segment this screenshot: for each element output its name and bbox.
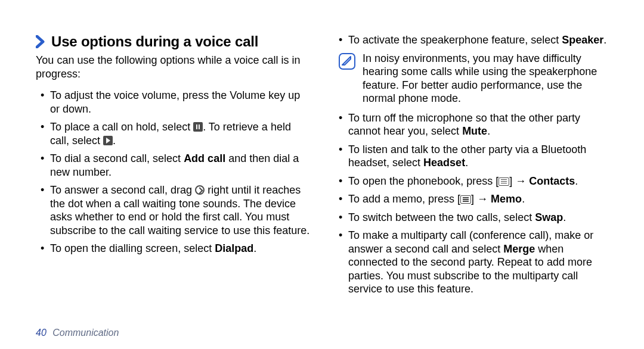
svg-rect-0 <box>339 54 355 69</box>
note-text: In noisy environments, you may have diff… <box>363 52 608 105</box>
page-footer: 40 Communication <box>36 328 119 338</box>
page-number: 40 <box>36 328 47 338</box>
right-bullets-top: To activate the speakerphone feature, se… <box>334 33 608 47</box>
bullet-contacts: To open the phonebook, press [] → Contac… <box>339 174 608 188</box>
bullet-merge: To make a multiparty call (conference ca… <box>339 229 608 296</box>
right-bullets: To turn off the microphone so that the o… <box>334 111 608 296</box>
bullet-headset: To listen and talk to the other party vi… <box>339 143 608 170</box>
bullet-hold: To place a call on hold, select . To ret… <box>41 120 310 147</box>
bullet-speaker: To activate the speakerphone feature, se… <box>339 33 608 47</box>
note-icon <box>339 53 355 72</box>
drag-right-icon <box>195 185 205 195</box>
left-bullets: To adjust the voice volume, press the Vo… <box>36 89 310 255</box>
section-title: Use options during a voice call <box>51 33 258 50</box>
bullet-answer-second: To answer a second call, drag right unti… <box>41 183 310 237</box>
chevron-icon <box>36 35 45 48</box>
section-label: Communication <box>52 328 119 338</box>
menu-icon <box>460 195 471 204</box>
note: In noisy environments, you may have diff… <box>339 52 608 105</box>
page: Use options during a voice call You can … <box>0 0 644 301</box>
menu-icon <box>499 177 509 186</box>
section-heading: Use options during a voice call <box>36 33 310 50</box>
bullet-dialpad: To open the dialling screen, select Dial… <box>41 242 310 255</box>
play-icon <box>103 136 113 145</box>
intro-text: You can use the following options while … <box>36 54 310 80</box>
bullet-swap: To switch between the two calls, select … <box>339 211 608 225</box>
bullet-memo: To add a memo, press [] → Memo. <box>339 192 608 206</box>
right-column: To activate the speakerphone feature, se… <box>334 33 608 301</box>
left-column: Use options during a voice call You can … <box>36 33 310 301</box>
bullet-addcall: To dial a second call, select Add call a… <box>41 152 310 179</box>
pause-icon <box>193 122 203 132</box>
bullet-mute: To turn off the microphone so that the o… <box>339 111 608 138</box>
bullet-volume: To adjust the voice volume, press the Vo… <box>41 89 310 116</box>
